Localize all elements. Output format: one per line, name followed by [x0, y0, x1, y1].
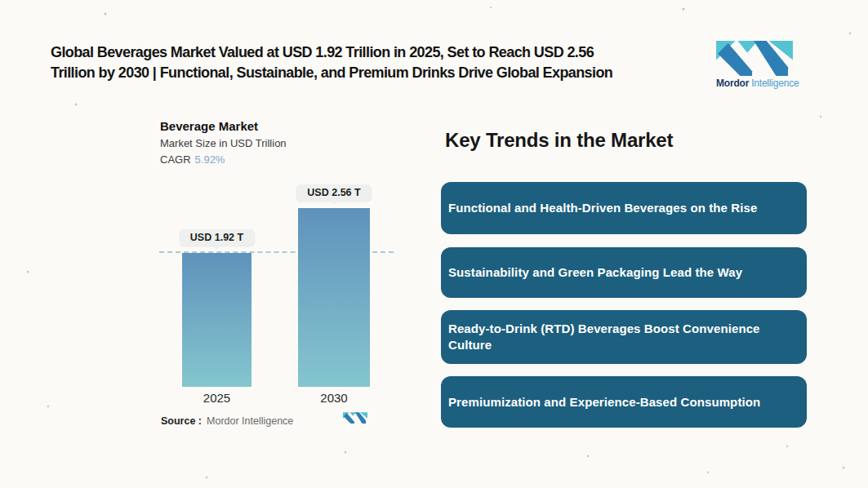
- trend-card-premiumization: Premiumization and Experience-Based Cons…: [441, 376, 807, 428]
- brand-name-light: Intelligence: [751, 78, 799, 89]
- value-callout: USD 2.56 T: [296, 184, 371, 201]
- mordor-logomark-icon: [716, 41, 793, 76]
- year-label: 2030: [298, 391, 370, 405]
- bar-2025: [182, 253, 251, 387]
- trend-card-rtd: Ready-to-Drink (RTD) Beverages Boost Con…: [441, 310, 807, 364]
- brand-name-bold: Mordor: [716, 78, 749, 89]
- year-label: 2025: [182, 391, 251, 405]
- value-callout: USD 1.92 T: [180, 229, 254, 246]
- infographic-canvas: Global Beverages Market Valued at USD 1.…: [0, 0, 868, 488]
- trends-heading: Key Trends in the Market: [445, 129, 673, 152]
- brand-logo: MordorIntelligence: [716, 41, 806, 89]
- bar-column-2025: USD 1.92 T 2025: [182, 0, 251, 488]
- background-speckles: [0, 0, 2, 2]
- trend-card-sustainability: Sustainability and Green Packaging Lead …: [441, 247, 807, 298]
- trend-card-functional: Functional and Health-Driven Beverages o…: [441, 182, 807, 234]
- bar-2030: [298, 208, 370, 387]
- bar-column-2030: USD 2.56 T 2030: [298, 0, 370, 488]
- brand-wordmark: MordorIntelligence: [716, 78, 806, 89]
